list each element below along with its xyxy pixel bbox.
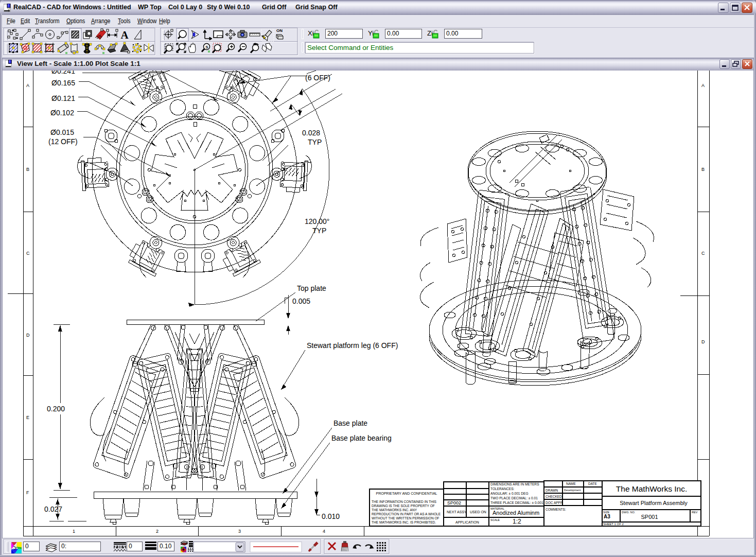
svg-text:TWO PLACE DECIMAL: ± 0.01: TWO PLACE DECIMAL: ± 0.01 [490, 496, 538, 500]
svg-text:DRAWN: DRAWN [546, 489, 558, 492]
svg-text:SHEET 1 OF 2: SHEET 1 OF 2 [603, 523, 624, 526]
svg-text:WITHOUT THE WRITTEN PERMISSION: WITHOUT THE WRITTEN PERMISSION OF [372, 516, 439, 520]
svg-text:DRAWING IS THE SOLE PROPERTY O: DRAWING IS THE SOLE PROPERTY OF [372, 504, 435, 508]
svg-text:THREE PLACE DECIMAL: ± 0.001: THREE PLACE DECIMAL: ± 0.001 [490, 501, 543, 504]
svg-text:DOC APPR: DOC APPR [546, 501, 563, 504]
svg-text:REPRODUCTION IN PART OR AS A W: REPRODUCTION IN PART OR AS A WHOLE [372, 512, 441, 516]
svg-text:E: E [26, 415, 29, 420]
svg-text:A: A [701, 83, 705, 88]
svg-text:120.00°: 120.00° [305, 217, 329, 225]
svg-text:NEXT ASSY: NEXT ASSY [447, 510, 467, 514]
svg-text:DWG. NO.: DWG. NO. [622, 511, 636, 514]
svg-text:F: F [26, 490, 29, 495]
svg-text:ON: ON [276, 28, 283, 33]
svg-text:D: D [26, 333, 30, 338]
svg-text:0.027: 0.027 [44, 505, 62, 513]
svg-text:SP001: SP001 [641, 514, 658, 520]
svg-text:Base plate bearing: Base plate bearing [331, 434, 392, 442]
svg-text:TOLERANCES:: TOLERANCES: [490, 487, 515, 491]
svg-text:Ø0.241: Ø0.241 [51, 71, 75, 75]
svg-text:Top plate: Top plate [297, 284, 326, 292]
svg-text:DATE: DATE [588, 482, 597, 485]
svg-text:Ø0.015: Ø0.015 [50, 128, 74, 136]
svg-text:3: 3 [238, 529, 241, 534]
svg-text:Development: Development [564, 489, 581, 492]
svg-text:THE MATHWORKS INC. ANY: THE MATHWORKS INC. ANY [372, 508, 417, 512]
svg-text:Ø0.165: Ø0.165 [51, 79, 75, 87]
svg-text:SP002: SP002 [447, 500, 461, 506]
svg-text:ANGULAR: ± 0.001 DEG: ANGULAR: ± 0.001 DEG [490, 492, 529, 495]
svg-text:S: S [205, 45, 208, 49]
svg-text:TYP: TYP [312, 227, 326, 235]
svg-text:C: C [26, 251, 30, 256]
svg-text:TYP: TYP [308, 138, 322, 146]
svg-text:Stewart platform leg (6 OFF): Stewart platform leg (6 OFF) [307, 341, 398, 350]
svg-text:DIMENSIONS ARE IN METERS: DIMENSIONS ARE IN METERS [490, 482, 539, 486]
svg-text:APPLICATION: APPLICATION [455, 520, 479, 524]
svg-text:4: 4 [323, 529, 325, 534]
svg-text:COMMENTS:: COMMENTS: [546, 508, 566, 511]
svg-text:0.028: 0.028 [302, 129, 320, 137]
svg-text:0.005: 0.005 [292, 297, 310, 305]
svg-text:1:2: 1:2 [513, 518, 521, 525]
svg-text:The MathWorks Inc.: The MathWorks Inc. [616, 484, 687, 493]
svg-text:Base plate: Base plate [333, 419, 367, 427]
svg-text:A3: A3 [604, 514, 610, 519]
svg-text:REV: REV [692, 511, 698, 514]
svg-text:SCALE: SCALE [490, 518, 500, 521]
svg-text:NAME: NAME [566, 482, 576, 485]
svg-text:B: B [701, 167, 705, 172]
svg-text:1: 1 [73, 529, 75, 534]
svg-text:Ø0.102: Ø0.102 [50, 109, 74, 117]
svg-text:D: D [701, 339, 705, 344]
svg-text:CHECKED: CHECKED [546, 495, 562, 498]
svg-text:2: 2 [156, 529, 159, 534]
svg-text:PROPRIETARY AND CONFIDENTIAL: PROPRIETARY AND CONFIDENTIAL [376, 492, 437, 495]
svg-text:USED ON: USED ON [470, 510, 486, 514]
svg-text:Stewart Platform Assembly: Stewart Platform Assembly [620, 500, 688, 506]
svg-text:THE MATHWORKS INC. IS PROHIBIT: THE MATHWORKS INC. IS PROHIBITED. [372, 520, 436, 524]
svg-text:(12 OFF): (12 OFF) [48, 137, 78, 146]
svg-text:0.010: 0.010 [322, 512, 340, 520]
svg-text:A: A [120, 29, 129, 41]
svg-text:Anodized Aluminm: Anodized Aluminm [493, 510, 539, 516]
svg-text:A: A [26, 83, 29, 88]
svg-text:(6 OFF): (6 OFF) [305, 74, 330, 82]
svg-text:C: C [701, 251, 705, 256]
svg-text:Ø0.121: Ø0.121 [51, 94, 75, 102]
svg-text:THE INFORMATION CONTAINED IN T: THE INFORMATION CONTAINED IN THIS [372, 500, 437, 503]
svg-text:0.200: 0.200 [47, 405, 65, 413]
svg-text:B: B [26, 167, 29, 172]
